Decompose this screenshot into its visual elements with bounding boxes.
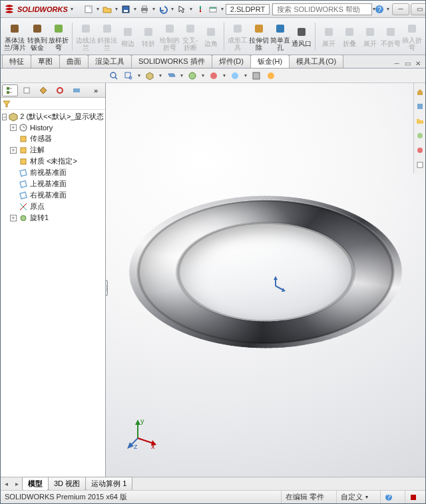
ribbon-label: 简单直 孔 <box>270 37 290 51</box>
command-tab[interactable]: 钣金(H) <box>250 55 290 68</box>
motion-tab[interactable]: 模型 <box>22 477 49 491</box>
ribbon-label: 基体法 兰/薄片 <box>4 37 26 51</box>
command-tab[interactable]: 模具工具(O) <box>289 55 343 68</box>
new-icon[interactable] <box>83 3 95 15</box>
tab-scroll-right[interactable]: ▸ <box>11 478 22 490</box>
mdi-minimize[interactable]: ─ <box>392 59 401 68</box>
status-rebuild-icon[interactable] <box>405 491 421 503</box>
render-icon[interactable] <box>264 70 278 82</box>
tree-item[interactable]: +History <box>1 122 105 133</box>
tree-item[interactable]: 前视基准面 <box>1 167 105 178</box>
tree-root-label[interactable]: 2 (默认<<默认>_显示状态 1>) <box>20 112 105 122</box>
feature-tree-tab[interactable] <box>2 84 18 96</box>
print-dropdown[interactable]: ▾ <box>151 6 156 12</box>
options-dropdown[interactable]: ▾ <box>220 6 225 12</box>
mdi-close[interactable]: ✕ <box>413 59 423 68</box>
ribbon-button[interactable]: 转换到 钣金 <box>27 20 48 53</box>
hide-show-icon[interactable] <box>186 70 199 82</box>
graphics-viewport[interactable]: y x z <box>106 83 425 477</box>
expand-icon[interactable]: + <box>10 215 17 221</box>
tree-item[interactable]: 传感器 <box>1 133 105 144</box>
tree-item[interactable]: +旋转1 <box>1 212 105 223</box>
open-icon[interactable] <box>101 3 113 15</box>
ribbon-button[interactable]: 基体法 兰/薄片 <box>3 20 27 53</box>
tree-item[interactable]: 材质 <未指定> <box>1 156 105 167</box>
taskpane-explorer-icon[interactable] <box>415 115 425 127</box>
appearance-icon[interactable] <box>228 70 242 82</box>
save-icon[interactable] <box>120 3 132 15</box>
taskpane-library-icon[interactable] <box>415 100 425 112</box>
open-dropdown[interactable]: ▾ <box>114 6 119 12</box>
zoom-area-icon[interactable] <box>122 70 135 82</box>
panel-expand-icon[interactable]: » <box>88 84 104 96</box>
command-tab[interactable]: 草图 <box>31 55 60 68</box>
undo-icon[interactable] <box>157 3 169 15</box>
help-dropdown[interactable]: ▾ <box>387 6 389 12</box>
view-orient-dropdown[interactable]: ▾ <box>158 72 163 78</box>
tree-item[interactable]: +注解 <box>1 144 105 156</box>
tree-item-label: 前视基准面 <box>30 168 67 178</box>
expand-icon[interactable]: + <box>10 147 17 154</box>
tree-item[interactable]: 右视基准面 <box>1 189 105 201</box>
display-style-icon[interactable] <box>164 70 178 82</box>
display-style-dropdown[interactable]: ▾ <box>179 72 184 78</box>
minimize-button[interactable]: ─ <box>392 3 409 15</box>
part-icon <box>9 112 18 122</box>
taskpane-view-icon[interactable] <box>415 130 425 142</box>
property-manager-tab[interactable] <box>19 84 35 96</box>
taskpane-appearance-icon[interactable] <box>415 144 425 156</box>
zoom-dropdown[interactable]: ▾ <box>136 72 142 78</box>
ribbon-button[interactable]: 通风口 <box>291 20 312 53</box>
zoom-fit-icon[interactable] <box>107 70 120 82</box>
motion-tab[interactable]: 3D 视图 <box>48 477 86 491</box>
hide-show-dropdown[interactable]: ▾ <box>200 72 206 78</box>
command-tab[interactable]: 特征 <box>2 55 31 68</box>
ribbon-button: 交叉- 折断 <box>180 20 201 53</box>
help-icon[interactable]: ? <box>375 3 384 15</box>
status-help-icon[interactable]: ? <box>380 491 397 503</box>
dimxpert-tab[interactable] <box>52 84 68 96</box>
view-orient-icon[interactable] <box>143 70 156 82</box>
help-search-input[interactable] <box>277 5 369 13</box>
command-tab[interactable]: SOLIDWORKS 插件 <box>131 55 212 68</box>
command-tab[interactable]: 焊件(D) <box>212 55 251 68</box>
filter-icon[interactable] <box>3 100 11 108</box>
help-search[interactable]: ▾ <box>272 3 372 15</box>
status-custom[interactable]: 自定义 ▾ <box>336 491 372 503</box>
svg-rect-27 <box>234 25 242 33</box>
quick-access-toolbar: ▾ ▾ ▾ ▾ ▾ ▾ ▾ 2.SLDPRT <box>83 3 270 15</box>
new-dropdown[interactable]: ▾ <box>95 6 101 12</box>
panel-splitter[interactable] <box>106 280 108 296</box>
options-icon[interactable] <box>207 3 219 15</box>
ribbon-button[interactable]: 放样折 弯 <box>48 20 69 53</box>
tree-item[interactable]: 原点 <box>1 201 105 212</box>
svg-point-40 <box>189 72 196 79</box>
configuration-tab[interactable] <box>35 84 51 96</box>
save-dropdown[interactable]: ▾ <box>132 6 138 12</box>
maximize-button[interactable]: ▭ <box>411 3 426 15</box>
command-tab[interactable]: 渲染工具 <box>88 55 132 68</box>
scene-icon[interactable] <box>207 70 220 82</box>
rebuild-icon[interactable] <box>194 3 206 15</box>
print-icon[interactable] <box>138 3 150 15</box>
taskpane-home-icon[interactable] <box>415 86 425 98</box>
tab-scroll-left[interactable]: ◂ <box>1 478 11 490</box>
command-tab[interactable]: 曲面 <box>59 55 89 68</box>
logo-dropdown-icon[interactable]: ▾ <box>71 6 73 12</box>
ribbon-button[interactable]: 拉伸切 除 <box>248 20 270 53</box>
select-icon[interactable] <box>176 3 188 15</box>
ribbon-button[interactable]: 简单直 孔 <box>270 20 291 53</box>
select-dropdown[interactable]: ▾ <box>188 6 194 12</box>
view-settings-icon[interactable] <box>250 70 263 82</box>
appearance-dropdown[interactable]: ▾ <box>243 72 248 78</box>
motion-tab[interactable]: 运动算例 1 <box>85 477 132 491</box>
expand-icon[interactable]: + <box>10 124 17 131</box>
document-name[interactable]: 2.SLDPRT <box>226 4 270 15</box>
tree-item[interactable]: 上视基准面 <box>1 178 105 189</box>
display-manager-tab[interactable] <box>69 84 85 96</box>
taskpane-props-icon[interactable] <box>415 159 425 171</box>
undo-dropdown[interactable]: ▾ <box>170 6 175 12</box>
scene-dropdown[interactable]: ▾ <box>222 72 227 78</box>
collapse-icon[interactable]: − <box>2 114 7 120</box>
mdi-restore[interactable]: ▭ <box>403 59 412 68</box>
